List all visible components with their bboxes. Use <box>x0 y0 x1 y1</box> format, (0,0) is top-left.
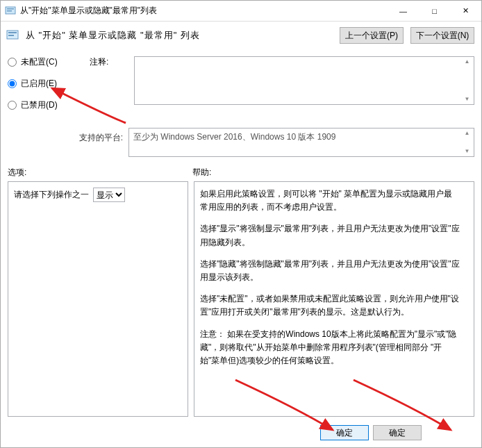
radio-enabled[interactable]: 已启用(E) <box>8 78 84 90</box>
supported-on-label: 支持的平台: <box>8 128 123 144</box>
titlebar[interactable]: 从"开始"菜单显示或隐藏"最常用"列表 — □ ✕ <box>1 1 481 22</box>
notes-field-col: ▲▼ <box>134 52 474 121</box>
button-row: 确定 确定 <box>1 421 481 447</box>
previous-setting-button[interactable]: 上一个设置(P) <box>340 27 404 44</box>
app-icon <box>5 6 16 17</box>
radio-not-configured-label: 未配置(C) <box>21 56 58 68</box>
radio-disabled[interactable]: 已禁用(D) <box>8 99 84 111</box>
help-paragraph: 选择"显示"将强制显示"最常用"列表，并且用户无法更改为使用"设置"应用隐藏列表… <box>200 222 460 249</box>
window-title: 从"开始"菜单显示或隐藏"最常用"列表 <box>20 5 388 17</box>
options-pane: 请选择下列操作之一 显示 <box>8 181 188 417</box>
radio-enabled-input[interactable] <box>8 79 17 88</box>
option-prompt: 请选择下列操作之一 <box>14 189 89 201</box>
svg-rect-4 <box>8 32 17 33</box>
svg-rect-5 <box>8 35 14 36</box>
help-paragraph: 选择"未配置"，或者如果禁用或未配置此策略设置，则允许用户使用"设置"应用打开或… <box>200 292 460 319</box>
policy-icon <box>6 29 19 42</box>
help-paragraph: 如果启用此策略设置，则可以将 "开始" 菜单配置为显示或隐藏用户最常用应用的列表… <box>200 188 460 214</box>
notes-scrollbar[interactable]: ▲▼ <box>461 58 473 103</box>
help-paragraph: 注意： 如果在受支持的Windows 10版本上将此策略配置为"显示"或"隐藏"… <box>200 328 460 368</box>
policy-subtitle: 从 "开始" 菜单显示或隐藏 "最常用" 列表 <box>26 29 333 42</box>
supported-on-scrollbar[interactable]: ▲▼ <box>461 129 473 156</box>
window-controls: — □ ✕ <box>388 1 481 21</box>
button-slot <box>426 425 474 440</box>
option-dropdown[interactable]: 显示 <box>93 188 125 202</box>
notes-label: 注释: <box>90 52 128 121</box>
option-line: 请选择下列操作之一 显示 <box>14 188 182 202</box>
help-label: 帮助: <box>192 167 474 179</box>
close-button[interactable]: ✕ <box>450 1 481 21</box>
next-setting-button[interactable]: 下一个设置(N) <box>410 27 474 44</box>
options-label: 选项: <box>8 167 192 179</box>
policy-editor-window: 从"开始"菜单显示或隐藏"最常用"列表 — □ ✕ 从 "开始" 菜单显示或隐藏… <box>0 0 482 448</box>
svg-rect-2 <box>7 10 12 12</box>
minimize-button[interactable]: — <box>388 1 419 21</box>
radio-not-configured[interactable]: 未配置(C) <box>8 56 84 68</box>
svg-rect-1 <box>7 8 14 10</box>
main-split: 请选择下列操作之一 显示 如果启用此策略设置，则可以将 "开始" 菜单配置为显示… <box>1 181 481 421</box>
help-paragraph: 选择"隐藏"将强制隐藏"最常用"列表，并且用户无法更改为使用"设置"应用显示该列… <box>200 258 460 284</box>
help-pane[interactable]: 如果启用此策略设置，则可以将 "开始" 菜单配置为显示或隐藏用户最常用应用的列表… <box>194 181 474 417</box>
mid-labels: 选项: 帮助: <box>1 163 481 181</box>
header-row: 从 "开始" 菜单显示或隐藏 "最常用" 列表 上一个设置(P) 下一个设置(N… <box>1 22 481 52</box>
ok-button-2[interactable]: 确定 <box>373 425 422 440</box>
radio-enabled-label: 已启用(E) <box>21 78 57 90</box>
maximize-button[interactable]: □ <box>419 1 450 21</box>
ok-button[interactable]: 确定 <box>320 425 369 440</box>
notes-textarea[interactable]: ▲▼ <box>134 56 474 105</box>
radio-not-configured-input[interactable] <box>8 58 17 67</box>
button-spacer <box>8 425 316 440</box>
supported-on-text: 至少为 Windows Server 2016、Windows 10 版本 19… <box>133 132 335 142</box>
radio-disabled-label: 已禁用(D) <box>21 99 58 111</box>
supported-on-row: 支持的平台: 至少为 Windows Server 2016、Windows 1… <box>1 125 481 163</box>
radio-disabled-input[interactable] <box>8 101 17 110</box>
supported-on-box: 至少为 Windows Server 2016、Windows 10 版本 19… <box>128 128 474 157</box>
radio-column: 未配置(C) 已启用(E) 已禁用(D) <box>8 52 84 121</box>
config-area: 未配置(C) 已启用(E) 已禁用(D) 注释: ▲▼ <box>1 52 481 125</box>
